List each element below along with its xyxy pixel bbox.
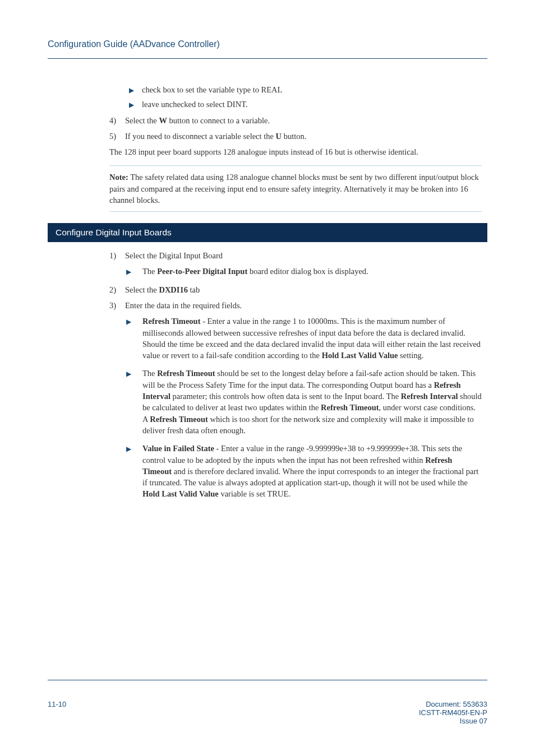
list-item: ▶ Value in Failed State - Enter a value … xyxy=(126,443,482,499)
header-divider xyxy=(48,58,487,59)
numbered-item: 2) Select the DXDI16 tab xyxy=(109,284,482,295)
numbered-item: 1) Select the Digital Input Board xyxy=(109,250,482,261)
section-heading-bar: Configure Digital Input Boards xyxy=(48,223,487,242)
list-text: leave unchecked to select DINT. xyxy=(142,99,248,110)
step-number: 1) xyxy=(109,250,125,261)
footer-page-number: 11-10 xyxy=(48,700,66,725)
list-text: The Refresh Timeout should be set to the… xyxy=(142,368,482,436)
list-item: ▶ check box to set the variable type to … xyxy=(129,84,482,95)
bullet-arrow-icon: ▶ xyxy=(129,100,134,110)
list-text: Refresh Timeout - Enter a value in the r… xyxy=(142,316,482,361)
footer-reference: ICSTT-RM405f-EN-P xyxy=(419,708,487,717)
list-item: ▶ Refresh Timeout - Enter a value in the… xyxy=(126,316,482,361)
list-item: ▶ The Peer-to-Peer Digital Input board e… xyxy=(126,266,482,277)
bullet-arrow-icon: ▶ xyxy=(126,369,131,379)
step-text: Select the Digital Input Board xyxy=(125,250,223,261)
content-area: ▶ check box to set the variable type to … xyxy=(109,84,482,500)
bullet-arrow-icon: ▶ xyxy=(126,317,131,327)
footer-doc-info: Document: 553633 ICSTT-RM405f-EN-P Issue… xyxy=(419,700,487,725)
step-text: If you need to disconnect a variable sel… xyxy=(125,131,306,142)
paragraph: The 128 input peer board supports 128 an… xyxy=(109,146,482,157)
bullet-arrow-icon: ▶ xyxy=(126,444,131,454)
page-footer: 11-10 Document: 553633 ICSTT-RM405f-EN-P… xyxy=(48,700,487,725)
footer-document: Document: 553633 xyxy=(419,700,487,708)
list-item: ▶ leave unchecked to select DINT. xyxy=(129,99,482,110)
step-number: 3) xyxy=(109,300,125,311)
step-text: Enter the data in the required fields. xyxy=(125,300,242,311)
list-text: check box to set the variable type to RE… xyxy=(142,84,282,95)
numbered-item: 3) Enter the data in the required fields… xyxy=(109,300,482,311)
bullet-arrow-icon: ▶ xyxy=(126,267,131,277)
numbered-item: 5) If you need to disconnect a variable … xyxy=(109,131,482,142)
list-item: ▶ The Refresh Timeout should be set to t… xyxy=(126,368,482,436)
numbered-item: 4) Select the W button to connect to a v… xyxy=(109,115,482,126)
note-block: Note: The safety related data using 128 … xyxy=(109,165,482,212)
step-text: Select the W button to connect to a vari… xyxy=(125,115,270,126)
page-header-title: Configuration Guide (AADvance Controller… xyxy=(48,39,487,49)
step-number: 2) xyxy=(109,284,125,295)
bullet-arrow-icon: ▶ xyxy=(129,86,134,95)
list-text: Value in Failed State - Enter a value in… xyxy=(142,443,482,499)
note-text: The safety related data using 128 analog… xyxy=(109,173,479,205)
note-label: Note: xyxy=(109,173,128,182)
footer-divider xyxy=(48,680,487,680)
list-text: The Peer-to-Peer Digital Input board edi… xyxy=(142,266,368,277)
step-number: 5) xyxy=(109,131,125,142)
footer-issue: Issue 07 xyxy=(419,717,487,725)
step-text: Select the DXDI16 tab xyxy=(125,284,200,295)
step-number: 4) xyxy=(109,115,125,126)
